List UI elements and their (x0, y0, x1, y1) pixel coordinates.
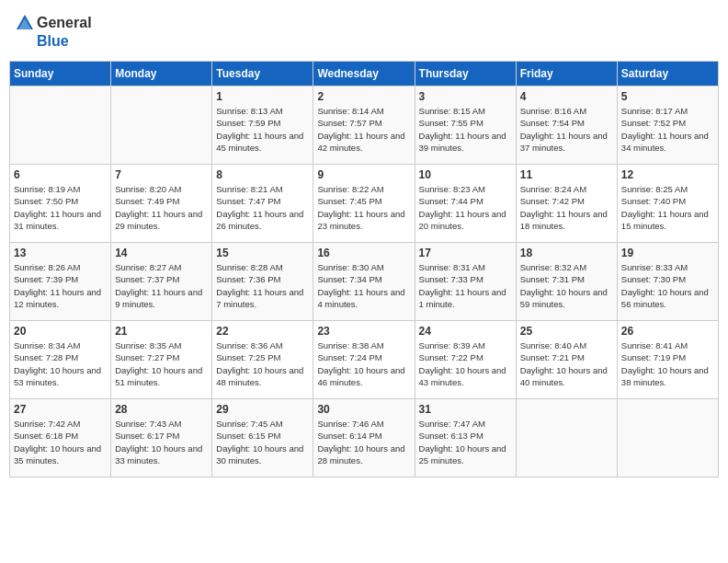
calendar-cell: 25Sunrise: 8:40 AM Sunset: 7:21 PM Dayli… (516, 321, 617, 399)
day-number: 12 (621, 168, 714, 181)
day-number: 23 (317, 325, 410, 338)
day-number: 3 (419, 90, 512, 103)
calendar-cell: 4Sunrise: 8:16 AM Sunset: 7:54 PM Daylig… (516, 86, 617, 165)
day-info: Sunrise: 8:28 AM Sunset: 7:36 PM Dayligh… (216, 261, 309, 310)
calendar-cell: 26Sunrise: 8:41 AM Sunset: 7:19 PM Dayli… (617, 321, 718, 399)
calendar-cell: 24Sunrise: 8:39 AM Sunset: 7:22 PM Dayli… (415, 321, 516, 399)
calendar-cell: 29Sunrise: 7:45 AM Sunset: 6:15 PM Dayli… (212, 399, 313, 477)
day-info: Sunrise: 8:26 AM Sunset: 7:39 PM Dayligh… (14, 261, 107, 310)
calendar-header-row: SundayMondayTuesdayWednesdayThursdayFrid… (10, 62, 719, 86)
day-info: Sunrise: 8:13 AM Sunset: 7:59 PM Dayligh… (216, 105, 309, 154)
day-number: 11 (520, 168, 613, 181)
day-info: Sunrise: 8:25 AM Sunset: 7:40 PM Dayligh… (621, 183, 714, 232)
day-info: Sunrise: 7:43 AM Sunset: 6:17 PM Dayligh… (115, 418, 208, 466)
day-number: 26 (621, 325, 714, 338)
day-header-tuesday: Tuesday (212, 62, 313, 86)
day-info: Sunrise: 8:32 AM Sunset: 7:31 PM Dayligh… (520, 261, 613, 310)
day-number: 8 (216, 168, 309, 181)
calendar-week-1: 1Sunrise: 8:13 AM Sunset: 7:59 PM Daylig… (10, 86, 719, 165)
day-number: 25 (520, 325, 613, 338)
day-info: Sunrise: 8:20 AM Sunset: 7:49 PM Dayligh… (115, 183, 208, 232)
day-header-wednesday: Wednesday (313, 62, 415, 86)
day-info: Sunrise: 7:47 AM Sunset: 6:13 PM Dayligh… (419, 418, 512, 466)
calendar-cell: 21Sunrise: 8:35 AM Sunset: 7:27 PM Dayli… (111, 321, 212, 399)
day-info: Sunrise: 8:24 AM Sunset: 7:42 PM Dayligh… (520, 183, 613, 232)
day-info: Sunrise: 8:31 AM Sunset: 7:33 PM Dayligh… (419, 261, 512, 310)
day-header-monday: Monday (111, 62, 212, 86)
day-info: Sunrise: 8:33 AM Sunset: 7:30 PM Dayligh… (621, 261, 714, 310)
day-info: Sunrise: 8:36 AM Sunset: 7:25 PM Dayligh… (216, 339, 309, 388)
day-number: 14 (115, 247, 208, 259)
calendar-cell: 3Sunrise: 8:15 AM Sunset: 7:55 PM Daylig… (415, 86, 516, 165)
calendar-cell: 15Sunrise: 8:28 AM Sunset: 7:36 PM Dayli… (212, 243, 313, 321)
day-number: 2 (317, 90, 410, 103)
day-info: Sunrise: 8:27 AM Sunset: 7:37 PM Dayligh… (115, 261, 208, 310)
day-number: 16 (317, 247, 410, 259)
logo-text-blue: Blue (37, 33, 69, 50)
day-info: Sunrise: 8:22 AM Sunset: 7:45 PM Dayligh… (317, 183, 410, 232)
day-header-saturday: Saturday (617, 62, 718, 86)
day-info: Sunrise: 8:38 AM Sunset: 7:24 PM Dayligh… (317, 339, 410, 388)
calendar-cell: 16Sunrise: 8:30 AM Sunset: 7:34 PM Dayli… (313, 243, 415, 321)
day-number: 22 (216, 325, 309, 338)
calendar-cell: 23Sunrise: 8:38 AM Sunset: 7:24 PM Dayli… (313, 321, 415, 399)
logo-icon (15, 13, 35, 33)
day-number: 4 (520, 90, 613, 103)
calendar-cell: 9Sunrise: 8:22 AM Sunset: 7:45 PM Daylig… (313, 165, 415, 243)
calendar-cell: 13Sunrise: 8:26 AM Sunset: 7:39 PM Dayli… (10, 243, 111, 321)
day-number: 6 (14, 168, 107, 181)
logo: General Blue (15, 13, 92, 50)
calendar-cell: 6Sunrise: 8:19 AM Sunset: 7:50 PM Daylig… (10, 165, 111, 243)
day-info: Sunrise: 7:46 AM Sunset: 6:14 PM Dayligh… (317, 418, 410, 466)
calendar-cell: 28Sunrise: 7:43 AM Sunset: 6:17 PM Dayli… (111, 399, 212, 477)
calendar-cell: 19Sunrise: 8:33 AM Sunset: 7:30 PM Dayli… (617, 243, 718, 321)
calendar-cell: 17Sunrise: 8:31 AM Sunset: 7:33 PM Dayli… (415, 243, 516, 321)
calendar-cell: 10Sunrise: 8:23 AM Sunset: 7:44 PM Dayli… (415, 165, 516, 243)
day-number: 24 (419, 325, 512, 338)
day-number: 29 (216, 403, 309, 416)
calendar-cell: 12Sunrise: 8:25 AM Sunset: 7:40 PM Dayli… (617, 165, 718, 243)
calendar-cell: 31Sunrise: 7:47 AM Sunset: 6:13 PM Dayli… (415, 399, 516, 477)
calendar-cell: 27Sunrise: 7:42 AM Sunset: 6:18 PM Dayli… (10, 399, 111, 477)
calendar-cell: 8Sunrise: 8:21 AM Sunset: 7:47 PM Daylig… (212, 165, 313, 243)
day-info: Sunrise: 8:40 AM Sunset: 7:21 PM Dayligh… (520, 339, 613, 388)
day-number: 5 (621, 90, 714, 103)
day-info: Sunrise: 8:16 AM Sunset: 7:54 PM Dayligh… (520, 105, 613, 154)
calendar-cell: 22Sunrise: 8:36 AM Sunset: 7:25 PM Dayli… (212, 321, 313, 399)
day-info: Sunrise: 7:45 AM Sunset: 6:15 PM Dayligh… (216, 418, 309, 466)
calendar-cell: 30Sunrise: 7:46 AM Sunset: 6:14 PM Dayli… (313, 399, 415, 477)
calendar-cell: 11Sunrise: 8:24 AM Sunset: 7:42 PM Dayli… (516, 165, 617, 243)
day-number: 19 (621, 247, 714, 259)
calendar-week-3: 13Sunrise: 8:26 AM Sunset: 7:39 PM Dayli… (10, 243, 719, 321)
calendar-week-4: 20Sunrise: 8:34 AM Sunset: 7:28 PM Dayli… (10, 321, 719, 399)
day-header-friday: Friday (516, 62, 617, 86)
day-number: 18 (520, 247, 613, 259)
day-info: Sunrise: 8:17 AM Sunset: 7:52 PM Dayligh… (621, 105, 714, 154)
page-header: General Blue (9, 9, 719, 53)
day-info: Sunrise: 8:21 AM Sunset: 7:47 PM Dayligh… (216, 183, 309, 232)
day-number: 21 (115, 325, 208, 338)
day-info: Sunrise: 8:23 AM Sunset: 7:44 PM Dayligh… (419, 183, 512, 232)
day-info: Sunrise: 8:15 AM Sunset: 7:55 PM Dayligh… (419, 105, 512, 154)
day-number: 27 (14, 403, 107, 416)
day-header-thursday: Thursday (415, 62, 516, 86)
calendar-cell: 14Sunrise: 8:27 AM Sunset: 7:37 PM Dayli… (111, 243, 212, 321)
calendar-table: SundayMondayTuesdayWednesdayThursdayFrid… (9, 61, 719, 477)
calendar-cell: 20Sunrise: 8:34 AM Sunset: 7:28 PM Dayli… (10, 321, 111, 399)
day-number: 15 (216, 247, 309, 259)
calendar-cell: 5Sunrise: 8:17 AM Sunset: 7:52 PM Daylig… (617, 86, 718, 165)
calendar-cell (111, 86, 212, 165)
day-info: Sunrise: 8:30 AM Sunset: 7:34 PM Dayligh… (317, 261, 410, 310)
calendar-week-2: 6Sunrise: 8:19 AM Sunset: 7:50 PM Daylig… (10, 165, 719, 243)
day-number: 17 (419, 247, 512, 259)
calendar-cell: 18Sunrise: 8:32 AM Sunset: 7:31 PM Dayli… (516, 243, 617, 321)
calendar-cell: 1Sunrise: 8:13 AM Sunset: 7:59 PM Daylig… (212, 86, 313, 165)
day-number: 7 (115, 168, 208, 181)
calendar-cell (516, 399, 617, 477)
calendar-cell (10, 86, 111, 165)
day-info: Sunrise: 8:41 AM Sunset: 7:19 PM Dayligh… (621, 339, 714, 388)
day-info: Sunrise: 8:19 AM Sunset: 7:50 PM Dayligh… (14, 183, 107, 232)
day-number: 10 (419, 168, 512, 181)
day-header-sunday: Sunday (10, 62, 111, 86)
day-number: 28 (115, 403, 208, 416)
